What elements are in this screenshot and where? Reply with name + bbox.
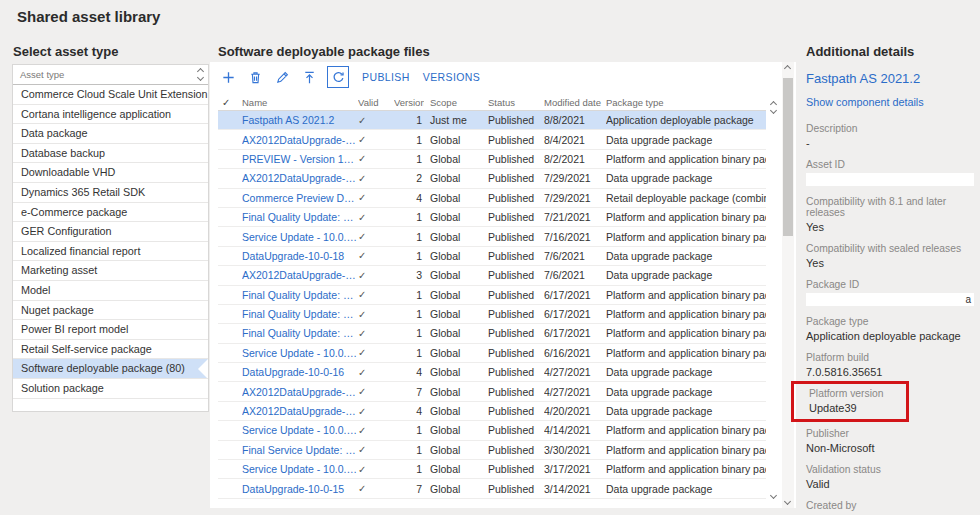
asset-type-scroll-chevrons[interactable] <box>198 69 203 80</box>
asset-type-item[interactable]: Solution package <box>13 379 208 399</box>
table-row[interactable]: AX2012DataUpgrade-10. ... ✓ 2 Global Pub… <box>218 169 766 188</box>
asset-type-item[interactable]: GER Configuration <box>13 222 208 242</box>
asset-type-item[interactable]: Commerce Cloud Scale Unit Extension <box>13 85 208 105</box>
asset-type-item[interactable]: Marketing asset <box>13 261 208 281</box>
package-type-cell: Data upgrade package <box>606 134 766 146</box>
package-name-link[interactable]: AX2012DataUpgrade-10. ... <box>242 405 358 417</box>
table-row[interactable]: PREVIEW - Version 10.0.21 ✓ 1 Global Pub… <box>218 150 766 169</box>
valid-checkmark: ✓ <box>358 464 394 475</box>
column-header-package-type[interactable]: Package type <box>606 97 766 108</box>
asset-type-item[interactable]: Power BI report model <box>13 320 208 340</box>
package-name-link[interactable]: Commerce Preview Demo ... <box>242 192 358 204</box>
asset-type-item[interactable]: Nuget package <box>13 301 208 321</box>
edit-button[interactable] <box>273 68 291 86</box>
table-row[interactable]: AX2012DataUpgrade-10. ... ✓ 7 Global Pub… <box>218 382 766 401</box>
package-name-link[interactable]: Fastpath AS 2021.2 <box>242 114 358 126</box>
package-name-link[interactable]: Final Quality Update: 10.0... <box>242 308 358 320</box>
scope-cell: Just me <box>424 114 488 126</box>
asset-type-item[interactable]: Localized financial report <box>13 242 208 262</box>
add-button[interactable] <box>219 68 237 86</box>
asset-type-item[interactable]: Database backup <box>13 144 208 164</box>
package-name-link[interactable]: Service Update - 10.0.20 <box>242 231 358 243</box>
table-row[interactable]: DataUpgrade-10-0-16 ✓ 4 Global Published… <box>218 363 766 382</box>
scrollbar-up-arrow[interactable] <box>784 65 791 72</box>
table-row[interactable]: Service Update - 10.0.19 ✓ 1 Global Publ… <box>218 344 766 363</box>
package-name-link[interactable]: Service Update - 10.0.19 <box>242 347 358 359</box>
table-row[interactable]: DataUpgrade-10-0-18 ✓ 1 Global Published… <box>218 247 766 266</box>
detail-field-value: Application deployable package <box>806 330 976 342</box>
table-row[interactable]: Service Update - 10.0.18 ✓ 1 Global Publ… <box>218 421 766 440</box>
package-type-cell: Platform and application binary package <box>606 211 766 223</box>
detail-field-value: Yes <box>806 221 976 233</box>
package-name-link[interactable]: AX2012DataUpgrade-10. ... <box>242 172 358 184</box>
table-row[interactable]: Service Update - 10.0.20 ✓ 1 Global Publ… <box>218 227 766 246</box>
scrollbar-thumb[interactable] <box>783 78 793 236</box>
column-header-valid[interactable]: Valid <box>358 97 394 108</box>
table-row[interactable]: Fastpath AS 2021.2 ✓ 1 Just me Published… <box>218 111 766 130</box>
table-row[interactable]: Final Quality Update: 10.0... ✓ 1 Global… <box>218 208 766 227</box>
column-header-status[interactable]: Status <box>488 97 544 108</box>
grid-scroll-down[interactable] <box>771 484 776 502</box>
detail-field-value: Yes <box>806 257 976 269</box>
grid-scroll-chevrons[interactable] <box>771 102 776 113</box>
package-name-link[interactable]: PREVIEW - Version 10.0.21 <box>242 153 358 165</box>
asset-type-item[interactable]: Software deployable package (80) <box>13 359 208 379</box>
asset-type-item[interactable]: Cortana intelligence application <box>13 105 208 125</box>
package-name-link[interactable]: Final Quality Update: 10.0... <box>242 327 358 339</box>
valid-checkmark: ✓ <box>358 406 394 417</box>
files-table-body: Fastpath AS 2021.2 ✓ 1 Just me Published… <box>218 111 766 499</box>
table-row[interactable]: DataUpgrade-10-0-15 ✓ 7 Global Published… <box>218 479 766 498</box>
show-component-details-link[interactable]: Show component details <box>806 96 976 108</box>
table-row[interactable]: Final Quality Update: 10.0... ✓ 1 Global… <box>218 286 766 305</box>
chevron-down-icon[interactable] <box>770 492 777 499</box>
asset-type-item[interactable]: Model <box>13 281 208 301</box>
chevron-down-icon[interactable] <box>197 74 204 81</box>
package-name-link[interactable]: AX2012DataUpgrade-10. ... <box>242 269 358 281</box>
scope-cell: Global <box>424 308 488 320</box>
table-row[interactable]: Final Service Update: 10.0.... ✓ 1 Globa… <box>218 441 766 460</box>
table-row[interactable]: Commerce Preview Demo ... ✓ 4 Global Pub… <box>218 189 766 208</box>
package-name-link[interactable]: Service Update - 10.0.18 <box>242 424 358 436</box>
package-name-link[interactable]: AX2012DataUpgrade-10-... <box>242 134 358 146</box>
package-name-link[interactable]: DataUpgrade-10-0-15 <box>242 483 358 495</box>
package-name-link[interactable]: DataUpgrade-10-0-16 <box>242 366 358 378</box>
versions-button[interactable]: VERSIONS <box>423 71 480 83</box>
package-name-link[interactable]: DataUpgrade-10-0-18 <box>242 250 358 262</box>
scrollbar-down-arrow[interactable] <box>784 498 791 505</box>
asset-type-item[interactable]: Downloadable VHD <box>13 163 208 183</box>
select-all-checkmark[interactable]: ✓ <box>218 97 242 108</box>
table-row[interactable]: Service Update - 10.0.17 ✓ 1 Global Publ… <box>218 460 766 479</box>
status-cell: Published <box>488 308 544 320</box>
asset-type-item[interactable]: Retail Self-service package <box>13 340 208 360</box>
version-cell: 4 <box>394 192 424 204</box>
package-name-link[interactable]: Final Quality Update: 10.0... <box>242 211 358 223</box>
asset-type-column-header[interactable]: Asset type <box>13 65 208 85</box>
detail-field-label: Publisher <box>806 428 976 439</box>
modified-date-cell: 3/30/2021 <box>544 444 606 456</box>
column-header-name[interactable]: Name <box>242 97 358 108</box>
chevron-down-icon[interactable] <box>770 107 777 114</box>
column-header-scope[interactable]: Scope <box>424 97 488 108</box>
package-name-link[interactable]: AX2012DataUpgrade-10. ... <box>242 386 358 398</box>
refresh-button[interactable] <box>327 66 349 88</box>
asset-type-item[interactable]: e-Commerce package <box>13 203 208 223</box>
vertical-scrollbar[interactable] <box>782 62 794 508</box>
upload-button[interactable] <box>300 68 318 86</box>
delete-button[interactable] <box>246 68 264 86</box>
column-header-version[interactable]: Version <box>394 97 424 108</box>
package-name-link[interactable]: Service Update - 10.0.17 <box>242 463 358 475</box>
publish-button[interactable]: PUBLISH <box>362 71 410 83</box>
column-header-modified-date[interactable]: Modified date <box>544 97 606 108</box>
asset-type-item[interactable]: Data package <box>13 124 208 144</box>
scope-cell: Global <box>424 153 488 165</box>
valid-checkmark: ✓ <box>358 367 394 378</box>
table-row[interactable]: AX2012DataUpgrade-10-... ✓ 1 Global Publ… <box>218 130 766 149</box>
table-row[interactable]: Final Quality Update: 10.0... ✓ 1 Global… <box>218 324 766 343</box>
package-name-link[interactable]: Final Service Update: 10.0.... <box>242 444 358 456</box>
table-row[interactable]: Final Quality Update: 10.0... ✓ 1 Global… <box>218 305 766 324</box>
selected-asset-title-link[interactable]: Fastpath AS 2021.2 <box>806 71 976 86</box>
table-row[interactable]: AX2012DataUpgrade-10. ... ✓ 4 Global Pub… <box>218 402 766 421</box>
table-row[interactable]: AX2012DataUpgrade-10. ... ✓ 3 Global Pub… <box>218 266 766 285</box>
package-name-link[interactable]: Final Quality Update: 10.0... <box>242 289 358 301</box>
asset-type-item[interactable]: Dynamics 365 Retail SDK <box>13 183 208 203</box>
